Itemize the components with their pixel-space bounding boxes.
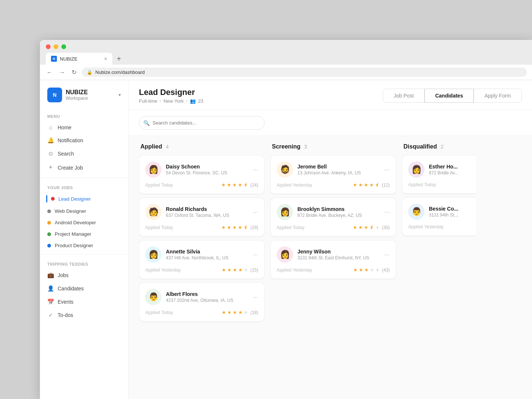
meta-candidates: 23 xyxy=(198,98,203,104)
sidebar-item-search[interactable]: ⊙ Search xyxy=(40,147,128,160)
url-text: Nubize.com/dashboard xyxy=(95,69,145,75)
col-title-screening: Screening xyxy=(272,143,300,150)
sidebar: N NUBIZE Workspace ▾ Menu ⌂ Home 🔔 Notif… xyxy=(40,80,129,399)
main-header: Lead Designer Full-time • New York • 👥 2… xyxy=(129,80,532,110)
nav-label-create-job: Create Job xyxy=(58,165,83,171)
card-name: Jenny Wilson xyxy=(297,249,380,255)
star-rating: ★★★★⯨ (12) xyxy=(353,182,390,188)
card-menu-button[interactable]: ··· xyxy=(253,166,258,174)
card-address: 3131 94th St, East Elmhurst, NY, US xyxy=(297,255,380,260)
tab-candidates[interactable]: Candidates xyxy=(424,89,474,103)
sidebar-logo: N NUBIZE Workspace ▾ xyxy=(40,88,128,110)
sidebar-item-notification[interactable]: 🔔 Notification xyxy=(40,134,128,147)
job-item-lead-designer[interactable]: Lead Designer xyxy=(40,192,128,205)
job-dot-project-manager xyxy=(47,232,51,236)
card-albert-flores[interactable]: 👨 Albert Flores 4237 202nd Ave, Ottumwa,… xyxy=(139,283,265,321)
tab-apply-form[interactable]: Apply Form xyxy=(474,89,522,103)
card-menu-button[interactable]: ··· xyxy=(384,251,390,259)
nav-label-events: Events xyxy=(58,299,74,305)
applied-time: Applied Today xyxy=(145,310,173,315)
card-menu-button[interactable]: ··· xyxy=(253,208,258,216)
search-icon: 🔍 xyxy=(143,120,150,126)
card-address: 637 Oxford St. Tacoma, WA, US xyxy=(166,213,248,218)
browser-tab-nubize[interactable]: N NUBIZE × xyxy=(46,53,112,65)
card-name: Ronald Richards xyxy=(166,206,248,212)
card-jenny-wilson[interactable]: 👩 Jenny Wilson 3131 94th St, East Elmhur… xyxy=(270,240,396,279)
card-menu-button[interactable]: ··· xyxy=(384,166,390,174)
todos-icon: ✓ xyxy=(47,312,54,318)
home-icon: ⌂ xyxy=(47,124,54,130)
col-title-applied: Applied xyxy=(140,143,162,150)
job-label-lead-designer: Lead Designer xyxy=(58,196,91,202)
card-bessie-co[interactable]: 👨 Bessie Co... 3131 94th St,... ··· Appl… xyxy=(402,197,476,236)
star-rating: ★★★⯨★ (30) xyxy=(353,225,390,230)
applied-time: Applied Today xyxy=(408,182,436,187)
kanban-column-screening: Screening 3 🧔 Jerome Bell 13 Johnson Ave… xyxy=(270,143,396,399)
reload-button[interactable]: ↻ xyxy=(70,68,78,76)
card-address: 3131 94th St,... xyxy=(429,212,476,218)
kanban-board: Applied 4 👩 Daisy Schoen 54 Devon St. Fl… xyxy=(129,136,532,399)
applied-time: Applied Yesterday xyxy=(408,224,444,229)
card-name: Daisy Schoen xyxy=(166,164,248,170)
job-dot-web-designer xyxy=(47,209,51,213)
avatar-ronald: 🧑 xyxy=(145,204,161,220)
card-esther-ho[interactable]: 👩 Esther Ho... 872 Bridle Av... ··· Appl… xyxy=(402,155,476,194)
card-brooklyn-simmons[interactable]: 👩 Brooklyn Simmons 872 Bridle Ave. Bucke… xyxy=(270,198,396,236)
applied-time: Applied Yesterday xyxy=(277,267,312,273)
header-tab-nav: Job Post Candidates Apply Form xyxy=(383,89,522,103)
job-item-android-developer[interactable]: Android Developer xyxy=(40,217,128,228)
logo-icon: N xyxy=(47,88,62,102)
card-name: Albert Flores xyxy=(166,291,248,297)
back-button[interactable]: ← xyxy=(45,68,54,76)
job-info: Lead Designer Full-time • New York • 👥 2… xyxy=(139,88,203,104)
tab-favicon: N xyxy=(51,56,57,62)
sidebar-item-candidates[interactable]: 👤 Candidates xyxy=(40,282,128,295)
col-header-applied: Applied 4 xyxy=(139,143,265,150)
new-tab-button[interactable]: + xyxy=(114,53,124,65)
sidebar-item-todos[interactable]: ✓ To-dos xyxy=(40,308,128,322)
sidebar-item-events[interactable]: 📅 Events xyxy=(40,295,128,308)
card-daisy-schoen[interactable]: 👩 Daisy Schoen 54 Devon St. Florence, SC… xyxy=(139,155,265,194)
card-ronald-richards[interactable]: 🧑 Ronald Richards 637 Oxford St. Tacoma,… xyxy=(139,198,265,236)
job-item-web-designer[interactable]: Web Designer xyxy=(40,205,128,217)
card-jerome-bell[interactable]: 🧔 Jerome Bell 13 Johnson Ave. Ankeny, IA… xyxy=(270,155,396,194)
traffic-light-minimize[interactable] xyxy=(54,44,58,49)
traffic-light-maximize[interactable] xyxy=(61,44,66,49)
sidebar-item-home[interactable]: ⌂ Home xyxy=(40,121,128,134)
jobs-icon: 💼 xyxy=(47,272,54,279)
card-annette-silvia[interactable]: 👩 Annette Silvia 437 Hill Ave. Northbroo… xyxy=(139,240,265,279)
traffic-light-close[interactable] xyxy=(46,44,51,49)
job-label-product-designer: Product Designer xyxy=(55,243,93,248)
star-rating: ★★★★★ (18) xyxy=(222,310,258,315)
logo-subtitle: Workspace xyxy=(66,96,88,101)
col-count-disqualified: 2 xyxy=(441,144,444,150)
workspace-dropdown[interactable]: ▾ xyxy=(119,92,121,98)
tab-job-post[interactable]: Job Post xyxy=(383,89,424,103)
nav-label-search: Search xyxy=(58,151,74,157)
card-menu-button[interactable]: ··· xyxy=(253,251,258,259)
card-address: 872 Bridle Ave. Buckeye, AZ, US xyxy=(297,213,380,218)
forward-button[interactable]: → xyxy=(58,68,66,76)
applied-time: Applied Yesterday xyxy=(277,183,312,188)
col-title-disqualified: Disqualified xyxy=(403,143,437,150)
star-rating: ★★★★⯨ (29) xyxy=(221,225,258,230)
tab-close-button[interactable]: × xyxy=(104,56,107,62)
job-item-product-designer[interactable]: Product Designer xyxy=(40,240,128,251)
sidebar-item-create-job[interactable]: + Create Job xyxy=(40,160,128,175)
sidebar-item-jobs[interactable]: 💼 Jobs xyxy=(40,269,128,282)
kanban-column-applied: Applied 4 👩 Daisy Schoen 54 Devon St. Fl… xyxy=(139,143,265,399)
card-name: Annette Silvia xyxy=(166,249,248,255)
your-jobs-label: Your Jobs xyxy=(40,181,128,192)
active-indicator xyxy=(46,195,47,202)
candidates-search-input[interactable] xyxy=(139,116,265,130)
logo-name: NUBIZE xyxy=(66,89,88,96)
avatar-annette: 👩 xyxy=(145,246,161,263)
address-bar[interactable]: 🔒 Nubize.com/dashboard xyxy=(82,68,527,77)
nav-label-jobs: Jobs xyxy=(58,272,69,278)
meta-type: Full-time xyxy=(139,98,157,104)
nav-label-candidates: Candidates xyxy=(58,286,84,291)
job-item-project-manager[interactable]: Project Manager xyxy=(40,228,128,240)
card-menu-button[interactable]: ··· xyxy=(384,208,390,216)
col-count-screening: 3 xyxy=(304,144,307,150)
card-menu-button[interactable]: ··· xyxy=(253,293,258,301)
